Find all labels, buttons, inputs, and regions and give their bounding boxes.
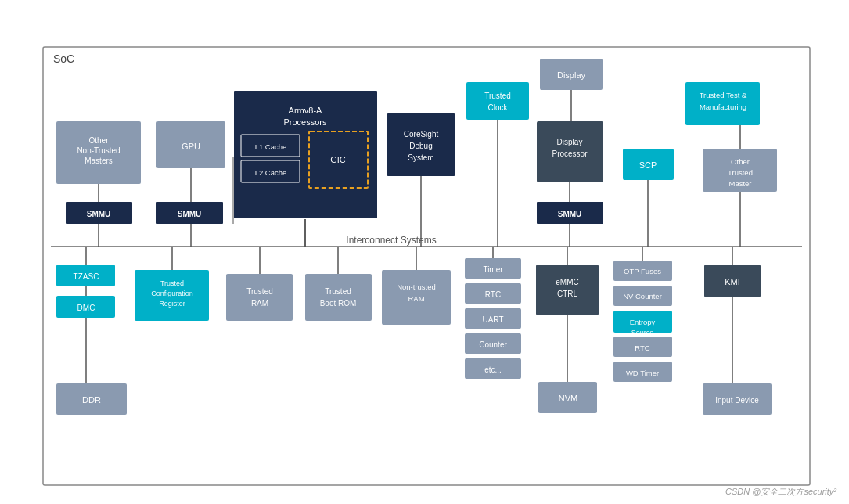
svg-text:Non-Trusted: Non-Trusted — [77, 146, 120, 155]
svg-text:Armv8-A: Armv8-A — [289, 106, 322, 115]
svg-text:WD Timer: WD Timer — [626, 369, 659, 377]
svg-text:Trusted: Trusted — [325, 287, 351, 296]
svg-text:RTC: RTC — [485, 290, 501, 299]
watermark: CSDN @安全二次方security² — [725, 486, 836, 498]
svg-text:SMMU: SMMU — [87, 210, 111, 218]
svg-text:Interconnect Systems: Interconnect Systems — [346, 235, 436, 246]
svg-text:NV Counter: NV Counter — [623, 292, 662, 301]
svg-text:GIC: GIC — [330, 155, 346, 164]
svg-text:Timer: Timer — [483, 265, 503, 274]
svg-text:Processor: Processor — [552, 149, 588, 158]
svg-text:L2 Cache: L2 Cache — [255, 168, 287, 177]
svg-text:Trusted: Trusted — [160, 279, 184, 287]
svg-text:NVM: NVM — [559, 394, 577, 403]
svg-rect-34 — [466, 82, 529, 120]
svg-text:CoreSight: CoreSight — [404, 130, 439, 139]
svg-text:Master: Master — [728, 179, 751, 188]
svg-text:Entropy: Entropy — [630, 318, 656, 326]
svg-text:Debug: Debug — [409, 142, 432, 150]
svg-text:Counter: Counter — [479, 340, 507, 349]
svg-text:GPU: GPU — [182, 142, 200, 151]
svg-text:L1 Cache: L1 Cache — [255, 142, 287, 151]
svg-text:Trusted: Trusted — [728, 168, 753, 177]
svg-text:Manufacturing: Manufacturing — [700, 103, 746, 111]
svg-text:etc...: etc... — [484, 365, 502, 374]
svg-text:Display: Display — [557, 138, 583, 146]
svg-text:Register: Register — [159, 300, 185, 308]
svg-text:SoC: SoC — [53, 52, 74, 65]
svg-text:Source: Source — [631, 329, 654, 337]
svg-text:Other: Other — [731, 157, 750, 166]
svg-text:DMC: DMC — [77, 304, 95, 312]
svg-text:UART: UART — [482, 315, 503, 324]
svg-text:Configuration: Configuration — [151, 290, 193, 297]
svg-text:Trusted Test &: Trusted Test & — [700, 91, 747, 99]
svg-text:Masters: Masters — [85, 157, 113, 165]
svg-text:TZASC: TZASC — [74, 272, 99, 281]
svg-text:Clock: Clock — [487, 103, 508, 112]
svg-text:OTP Fuses: OTP Fuses — [624, 267, 661, 275]
svg-text:DDR: DDR — [82, 395, 101, 405]
svg-text:RAM: RAM — [408, 294, 424, 303]
svg-text:Input Device: Input Device — [715, 396, 759, 405]
svg-text:CTRL: CTRL — [557, 290, 578, 298]
svg-text:Trusted: Trusted — [484, 92, 511, 100]
svg-text:System: System — [408, 153, 433, 162]
svg-text:RTC: RTC — [635, 344, 649, 352]
svg-text:Display: Display — [557, 70, 586, 80]
diagram-container: SoC Interconnect Systems Other Non-Trust… — [0, 0, 849, 504]
svg-text:RAM: RAM — [251, 299, 268, 308]
svg-text:Other: Other — [88, 136, 109, 145]
svg-text:Processors: Processors — [283, 117, 327, 127]
svg-text:SCP: SCP — [639, 160, 657, 170]
svg-text:eMMC: eMMC — [556, 278, 578, 286]
svg-text:SMMU: SMMU — [178, 210, 202, 218]
svg-text:KMI: KMI — [725, 277, 740, 286]
svg-rect-73 — [226, 274, 293, 321]
svg-rect-77 — [305, 274, 372, 321]
svg-text:Boot ROM: Boot ROM — [320, 299, 357, 308]
svg-rect-0 — [0, 0, 849, 504]
svg-text:SMMU: SMMU — [558, 210, 582, 218]
svg-text:Trusted: Trusted — [246, 287, 273, 296]
svg-text:Non-trusted: Non-trusted — [397, 283, 436, 291]
